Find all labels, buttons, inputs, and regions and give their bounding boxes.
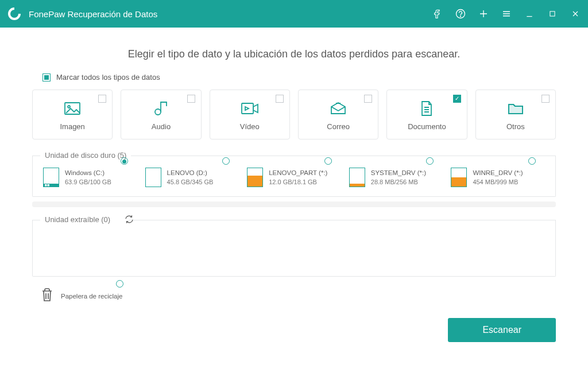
otros-icon <box>481 99 551 118</box>
drive-radio[interactable] <box>528 157 536 165</box>
drive-size: 45.8 GB/345 GB <box>167 179 214 185</box>
type-label: Documento <box>392 122 462 131</box>
plus-icon[interactable] <box>478 8 489 20</box>
feedback-icon[interactable] <box>455 8 466 20</box>
documento-icon <box>392 99 462 118</box>
recycle-label: Papelera de reciclaje <box>61 293 122 300</box>
maximize-icon[interactable] <box>547 8 558 20</box>
svg-rect-2 <box>550 11 555 16</box>
svg-rect-8 <box>48 184 50 187</box>
video-icon <box>215 99 285 118</box>
type-card-otros[interactable]: Otros <box>475 90 556 139</box>
type-label: Otros <box>481 122 551 131</box>
drive-usage-icon <box>43 168 59 187</box>
type-card-correo[interactable]: Correo <box>298 90 378 139</box>
drive-item[interactable]: Windows (C:)63.9 GB/100 GB <box>43 168 137 187</box>
drive-usage-icon <box>145 168 161 187</box>
checkbox-indeterminate-icon <box>42 73 51 82</box>
type-checkbox[interactable] <box>98 95 106 103</box>
type-checkbox[interactable] <box>453 95 461 103</box>
drive-size: 12.0 GB/18.1 GB <box>269 179 327 185</box>
trash-icon <box>40 287 54 305</box>
title-bar: FonePaw Recuperación de Datos <box>0 0 588 28</box>
svg-point-5 <box>155 109 161 115</box>
imagen-icon <box>37 99 107 118</box>
page-heading: Elegir el tipo de dato y la ubicación de… <box>32 48 556 60</box>
type-card-imagen[interactable]: Imagen <box>32 90 113 139</box>
svg-rect-9 <box>45 187 47 188</box>
type-card-documento[interactable]: Documento <box>386 90 467 139</box>
correo-icon <box>303 99 373 118</box>
svg-point-4 <box>68 106 70 108</box>
drive-name: SYSTEM_DRV (*:) <box>371 169 426 176</box>
close-icon[interactable] <box>570 8 581 20</box>
hdd-legend: Unidad de disco duro (5) <box>40 151 131 160</box>
select-all-label: Marcar todos los tipos de datos <box>56 73 160 82</box>
svg-point-1 <box>461 16 461 17</box>
app-logo-icon <box>7 6 22 21</box>
drive-name: Windows (C:) <box>65 169 111 176</box>
windows-icon <box>45 181 49 185</box>
type-checkbox[interactable] <box>364 95 372 103</box>
hdd-section: Unidad de disco duro (5) Windows (C:)63.… <box>32 156 556 197</box>
menu-icon[interactable] <box>501 8 512 20</box>
drive-size: 28.8 MB/256 MB <box>371 179 426 185</box>
type-card-audio[interactable]: Audio <box>121 90 201 139</box>
type-label: Vídeo <box>215 122 285 131</box>
drive-usage-icon <box>349 168 365 187</box>
drive-item[interactable]: SYSTEM_DRV (*:)28.8 MB/256 MB <box>349 168 443 187</box>
svg-rect-7 <box>45 184 47 187</box>
drives-scrollbar[interactable] <box>32 201 556 207</box>
drive-usage-icon <box>451 168 467 187</box>
drive-name: LENOVO (D:) <box>167 169 214 176</box>
drive-radio[interactable] <box>222 157 230 165</box>
minimize-icon[interactable] <box>524 8 535 20</box>
refresh-icon[interactable] <box>124 214 134 226</box>
type-label: Imagen <box>37 122 107 131</box>
type-checkbox[interactable] <box>276 95 284 103</box>
drive-item[interactable]: LENOVO (D:)45.8 GB/345 GB <box>145 168 239 187</box>
recycle-radio[interactable] <box>116 280 123 288</box>
svg-rect-10 <box>48 187 50 188</box>
removable-legend: Unidad extraíble (0) <box>45 215 110 224</box>
audio-icon <box>126 99 196 118</box>
drive-item[interactable]: LENOVO_PART (*:)12.0 GB/18.1 GB <box>247 168 341 187</box>
app-title: FonePaw Recuperación de Datos <box>29 9 157 19</box>
drive-name: WINRE_DRV (*:) <box>473 169 523 176</box>
drive-size: 63.9 GB/100 GB <box>65 179 111 185</box>
type-label: Audio <box>126 122 196 131</box>
removable-section: Unidad extraíble (0) <box>32 220 556 277</box>
recycle-bin-option[interactable]: Papelera de reciclaje <box>32 287 556 305</box>
scan-button[interactable]: Escanear <box>448 318 556 342</box>
select-all-types[interactable]: Marcar todos los tipos de datos <box>32 73 556 82</box>
drive-radio[interactable] <box>324 157 332 165</box>
drive-item[interactable]: WINRE_DRV (*:)454 MB/999 MB <box>451 168 545 187</box>
drive-usage-icon <box>247 168 263 187</box>
drive-name: LENOVO_PART (*:) <box>269 169 327 176</box>
facebook-icon[interactable] <box>432 8 443 20</box>
type-checkbox[interactable] <box>541 95 550 103</box>
type-label: Correo <box>303 122 373 131</box>
type-checkbox[interactable] <box>187 95 195 103</box>
drive-radio[interactable] <box>426 157 434 165</box>
drive-radio[interactable] <box>121 157 128 165</box>
drive-size: 454 MB/999 MB <box>473 179 523 185</box>
type-card-video[interactable]: Vídeo <box>210 90 290 139</box>
